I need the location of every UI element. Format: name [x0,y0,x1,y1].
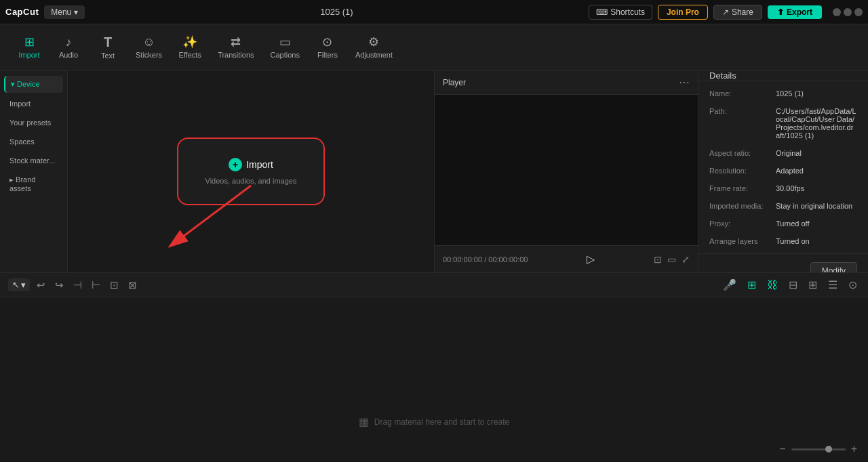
detail-name-label: Name: [709,89,770,98]
tool-text[interactable]: T Text [90,31,126,64]
export-button[interactable]: ⬆ Export [768,5,822,19]
screenshot-button[interactable]: ⊡ [654,254,662,265]
player-menu-button[interactable]: ⋯ [679,76,690,89]
modify-button[interactable]: Modify [810,262,857,272]
detail-path-label: Path: [709,107,770,115]
tool-text-label: Text [101,51,115,60]
detail-aspect-value: Original [776,149,802,157]
import-box-title: + Import [229,158,273,171]
stickers-icon: ☺ [142,36,155,48]
delete-button[interactable]: ⊠ [125,278,140,293]
player-title: Player [443,78,466,87]
tool-adjustment[interactable]: ⚙ Adjustment [349,32,399,63]
redo-button[interactable]: ↪ [52,278,66,293]
effects-icon: ✨ [182,36,197,48]
layout-button[interactable]: ☰ [825,277,840,293]
tool-filters[interactable]: ⊙ Filters [309,32,346,63]
detail-imported-media-row: Imported media: Stay in original locatio… [709,202,857,210]
play-button[interactable]: ▷ [587,253,595,266]
shortcuts-button[interactable]: ⌨ Shortcuts [589,5,652,20]
sidebar-item-stock-material[interactable]: Stock mater... [4,152,63,169]
top-bar: CapCut Menu ▾ 1025 (1) ⌨ Shortcuts Join … [0,0,868,24]
tool-stickers-label: Stickers [136,51,162,59]
sidebar-item-brand-assets[interactable]: ▸ Brand assets [4,171,63,196]
tool-effects[interactable]: ✨ Effects [172,32,208,63]
audio-icon: ♪ [66,36,72,48]
split-button[interactable]: ⊢ [89,278,103,293]
detail-framerate-row: Frame rate: 30.00fps [709,184,857,192]
timeline-content: ▦ Drag material here and start to create [0,297,868,462]
player-right-controls: ⊡ ▭ ⤢ [654,254,690,265]
tool-import[interactable]: ⊞ Import [11,32,47,63]
share-button[interactable]: ↗ Share [713,5,762,20]
cursor-chevron: ▾ [21,280,26,290]
cursor-select[interactable]: ↖ ▾ [8,278,30,291]
detail-proxy-value: Turned off [776,219,810,228]
player-viewport [435,95,698,245]
sidebar-your-presets-label: Your presets [9,119,51,127]
sidebar-item-import[interactable]: Import [4,96,63,112]
detail-name-value: 1025 (1) [776,89,804,98]
tool-stickers[interactable]: ☺ Stickers [129,32,169,63]
sidebar-item-device[interactable]: ▾ Device [4,76,63,93]
drag-hint-icon: ▦ [359,415,369,428]
tool-transitions[interactable]: ⇄ Transitions [211,32,260,63]
link-button[interactable]: ⛓ [764,278,781,293]
detail-framerate-value: 30.00fps [776,184,804,192]
bottom-section: ↖ ▾ ↩ ↪ ⊣ ⊢ ⊡ ⊠ 🎤 ⊞ ⛓ ⊟ ⊞ ☰ ⊙ − + [0,272,868,462]
magnet-button[interactable]: ⊞ [745,277,759,293]
tool-audio[interactable]: ♪ Audio [50,32,87,63]
aspect-ratio-button[interactable]: ▭ [667,254,676,265]
tool-transitions-label: Transitions [218,51,254,59]
timeline-left-tools: ↖ ▾ ↩ ↪ ⊣ ⊢ ⊡ ⊠ [8,278,140,293]
minimize-button[interactable] [833,8,841,16]
guide-button[interactable]: ⊞ [806,277,820,293]
tool-adjustment-label: Adjustment [355,51,393,59]
player-controls: 00:00:00:00 / 00:00:00:00 ▷ ⊡ ▭ ⤢ [435,245,698,272]
detail-resolution-row: Resolution: Adapted [709,167,857,175]
sidebar-device-label: ▾ Device [11,80,40,88]
text-icon: T [104,35,112,49]
import-box-subtitle: Videos, audios, and images [205,177,297,185]
current-time: 00:00:00:00 [443,255,482,264]
crop-button[interactable]: ⊡ [107,278,121,293]
snap-button[interactable]: ⊟ [786,277,800,293]
window-controls [833,8,863,16]
timeline-toolbar: ↖ ▾ ↩ ↪ ⊣ ⊢ ⊡ ⊠ 🎤 ⊞ ⛓ ⊟ ⊞ ☰ ⊙ − + [0,273,868,297]
maximize-button[interactable] [844,8,852,16]
project-title: 1025 (1) [320,7,353,17]
menu-button[interactable]: Menu ▾ [44,5,84,19]
detail-proxy-label: Proxy: [709,219,770,228]
sidebar-stock-label: Stock mater... [9,156,55,165]
import-drop-zone[interactable]: + Import Videos, audios, and images [177,138,326,205]
import-box-text: Import [246,159,273,170]
split-head-button[interactable]: ⊣ [71,278,85,293]
sidebar-import-label: Import [9,100,31,108]
sidebar-item-spaces[interactable]: Spaces [4,133,63,150]
drag-hint: ▦ Drag material here and start to create [359,415,509,428]
timeline-right-tools: 🎤 ⊞ ⛓ ⊟ ⊞ ☰ ⊙ − + [720,277,860,293]
sidebar-spaces-label: Spaces [9,138,35,146]
plus-circle-icon: + [229,158,242,171]
tool-captions[interactable]: ▭ Captions [264,32,307,63]
tool-import-label: Import [18,51,39,59]
undo-button[interactable]: ↩ [34,278,48,293]
join-pro-button[interactable]: Join Pro [658,5,708,20]
tool-effects-label: Effects [178,51,201,59]
settings-button[interactable]: ⊙ [846,277,860,293]
cursor-icon: ↖ [12,280,20,290]
detail-name-row: Name: 1025 (1) [709,89,857,98]
detail-arrange-value: Turned on [776,237,810,245]
sidebar-item-your-presets[interactable]: Your presets [4,114,63,131]
close-button[interactable] [854,8,863,16]
fullscreen-button[interactable]: ⤢ [682,254,690,265]
player-panel: Player ⋯ 00:00:00:00 / 00:00:00:00 ▷ ⊡ ▭… [434,70,698,272]
total-time: 00:00:00:00 [488,255,528,264]
tool-filters-label: Filters [317,51,338,59]
detail-aspect-row: Aspect ratio: Original [709,149,857,157]
media-area: + Import Videos, audios, and images [68,70,434,272]
mic-button[interactable]: 🎤 [720,277,739,293]
detail-aspect-label: Aspect ratio: [709,149,770,157]
detail-arrange-row: Arrange layers Turned on [709,237,857,245]
adjustment-icon: ⚙ [368,36,379,48]
